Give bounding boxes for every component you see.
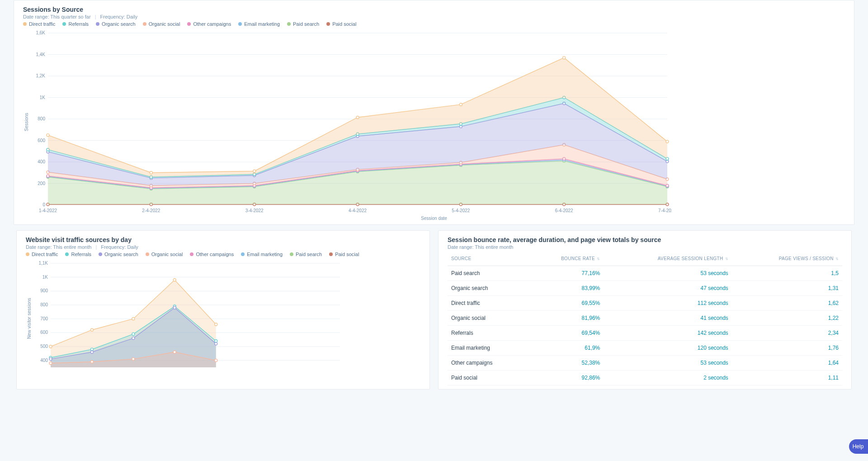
table-row[interactable]: Organic social81,96%41 seconds1,22 bbox=[448, 311, 842, 326]
cell-asl: 53 seconds bbox=[604, 266, 732, 281]
sessions-chart[interactable]: 02004006008001K1,2K1,4K1,6K1-4-20222-4-2… bbox=[30, 29, 672, 215]
cell-bounce: 77,16% bbox=[528, 266, 604, 281]
legend-item-organic-search[interactable]: Organic search bbox=[99, 252, 138, 257]
legend-item-other-campaigns[interactable]: Other campaigns bbox=[190, 252, 234, 257]
svg-text:5-4-2022: 5-4-2022 bbox=[452, 208, 470, 213]
cell-pvs: 2,34 bbox=[732, 326, 842, 341]
col-pvs[interactable]: PAGE VIEWS / SESSION⇅ bbox=[732, 252, 842, 266]
panel-subtitle: Date range: This entire month bbox=[448, 244, 842, 250]
legend-item-other-campaigns[interactable]: Other campaigns bbox=[187, 21, 231, 27]
cell-source: Referrals bbox=[448, 326, 528, 341]
col-bounce[interactable]: BOUNCE RATE⇅ bbox=[528, 252, 604, 266]
cell-bounce: 81,96% bbox=[528, 311, 604, 326]
legend-item-referrals[interactable]: Referrals bbox=[65, 252, 91, 257]
cell-source: Paid search bbox=[448, 266, 528, 281]
svg-point-111 bbox=[215, 342, 217, 345]
svg-text:6-4-2022: 6-4-2022 bbox=[555, 208, 573, 213]
svg-point-103 bbox=[90, 348, 93, 351]
legend-item-referrals[interactable]: Referrals bbox=[62, 21, 89, 27]
svg-point-116 bbox=[215, 359, 217, 362]
sort-icon: ⇅ bbox=[725, 257, 728, 261]
legend-label: Direct traffic bbox=[32, 252, 58, 257]
traffic-chart[interactable]: 4005006007008009001K1,1K bbox=[33, 260, 344, 377]
svg-text:900: 900 bbox=[40, 288, 48, 293]
swatch bbox=[26, 252, 29, 256]
legend-item-direct-traffic[interactable]: Direct traffic bbox=[26, 252, 58, 257]
website-visit-traffic-panel: Website visit traffic sources by day Dat… bbox=[16, 230, 430, 390]
cell-source: Other campaigns bbox=[448, 356, 528, 371]
cell-asl: 47 seconds bbox=[604, 281, 732, 296]
legend-label: Referrals bbox=[71, 252, 91, 257]
cell-asl: 41 seconds bbox=[604, 311, 732, 326]
panel-subtitle: Date range: This quarter so far | Freque… bbox=[23, 14, 845, 19]
cell-bounce: 83,99% bbox=[528, 281, 604, 296]
svg-point-108 bbox=[90, 351, 93, 353]
panel-subtitle: Date range: This entire month | Frequenc… bbox=[26, 244, 420, 250]
cell-source: Organic search bbox=[448, 281, 528, 296]
swatch bbox=[96, 22, 99, 26]
legend-item-email-marketing[interactable]: Email marketing bbox=[238, 21, 280, 27]
bounce-rate-table: SOURCE BOUNCE RATE⇅ AVERAGE SESSION LENG… bbox=[448, 252, 842, 385]
svg-text:1-4-2022: 1-4-2022 bbox=[39, 208, 57, 213]
table-row[interactable]: Direct traffic69,55%112 seconds1,62 bbox=[448, 296, 842, 311]
svg-point-106 bbox=[215, 340, 217, 342]
svg-text:1,6K: 1,6K bbox=[36, 30, 45, 35]
cell-source: Organic social bbox=[448, 311, 528, 326]
swatch bbox=[65, 252, 69, 256]
legend-item-paid-search[interactable]: Paid search bbox=[287, 21, 319, 27]
legend-label: Paid search bbox=[293, 21, 319, 27]
svg-text:400: 400 bbox=[38, 159, 45, 164]
cell-asl: 2 seconds bbox=[604, 371, 732, 385]
legend-item-organic-search[interactable]: Organic search bbox=[96, 21, 136, 27]
legend-label: Direct traffic bbox=[29, 21, 55, 27]
col-asl[interactable]: AVERAGE SESSION LENGTH⇅ bbox=[604, 252, 732, 266]
cell-pvs: 1,76 bbox=[732, 341, 842, 356]
svg-point-109 bbox=[132, 337, 135, 340]
svg-text:200: 200 bbox=[38, 181, 45, 186]
swatch bbox=[143, 22, 146, 26]
y-axis-label: New visitor sessions bbox=[26, 260, 33, 377]
svg-text:0: 0 bbox=[42, 202, 45, 207]
legend-item-organic-social[interactable]: Organic social bbox=[146, 252, 183, 257]
svg-point-80 bbox=[666, 140, 669, 143]
cell-pvs: 1,11 bbox=[732, 371, 842, 385]
legend-item-organic-social[interactable]: Organic social bbox=[143, 21, 180, 27]
swatch bbox=[146, 252, 149, 256]
cell-asl: 120 seconds bbox=[604, 341, 732, 356]
svg-point-114 bbox=[132, 358, 135, 361]
swatch bbox=[329, 252, 333, 256]
legend-item-paid-social[interactable]: Paid social bbox=[326, 21, 356, 27]
swatch bbox=[23, 22, 27, 26]
legend-label: Email marketing bbox=[247, 252, 283, 257]
x-axis-label: Session date bbox=[23, 216, 845, 221]
legend-item-direct-traffic[interactable]: Direct traffic bbox=[23, 21, 55, 27]
legend-item-paid-social[interactable]: Paid social bbox=[329, 252, 359, 257]
legend-label: Referrals bbox=[68, 21, 89, 27]
legend-item-email-marketing[interactable]: Email marketing bbox=[241, 252, 283, 257]
legend-label: Paid search bbox=[296, 252, 322, 257]
svg-text:7-4-2022: 7-4-2022 bbox=[658, 208, 672, 213]
swatch bbox=[187, 22, 191, 26]
cell-asl: 53 seconds bbox=[604, 356, 732, 371]
table-row[interactable]: Other campaigns52,38%53 seconds1,64 bbox=[448, 356, 842, 371]
table-row[interactable]: Email marketing61,9%120 seconds1,76 bbox=[448, 341, 842, 356]
cell-bounce: 92,86% bbox=[528, 371, 604, 385]
legend-label: Paid social bbox=[332, 21, 356, 27]
swatch bbox=[326, 22, 330, 26]
svg-text:1,1K: 1,1K bbox=[38, 261, 48, 266]
sessions-by-source-panel: Sessions by Source Date range: This quar… bbox=[14, 0, 854, 225]
svg-text:4-4-2022: 4-4-2022 bbox=[349, 208, 367, 213]
table-row[interactable]: Paid social92,86%2 seconds1,11 bbox=[448, 371, 842, 385]
svg-text:600: 600 bbox=[38, 138, 45, 143]
svg-text:1K: 1K bbox=[42, 275, 48, 280]
cell-source: Email marketing bbox=[448, 341, 528, 356]
svg-point-77 bbox=[356, 116, 359, 119]
col-source[interactable]: SOURCE bbox=[448, 252, 528, 266]
cell-source: Paid social bbox=[448, 371, 528, 385]
legend: Direct trafficReferralsOrganic searchOrg… bbox=[23, 21, 845, 27]
table-row[interactable]: Paid search77,16%53 seconds1,5 bbox=[448, 266, 842, 281]
legend-label: Other campaigns bbox=[196, 252, 234, 257]
legend-item-paid-search[interactable]: Paid search bbox=[290, 252, 322, 257]
table-row[interactable]: Organic search83,99%47 seconds1,31 bbox=[448, 281, 842, 296]
table-row[interactable]: Referrals69,54%142 seconds2,34 bbox=[448, 326, 842, 341]
